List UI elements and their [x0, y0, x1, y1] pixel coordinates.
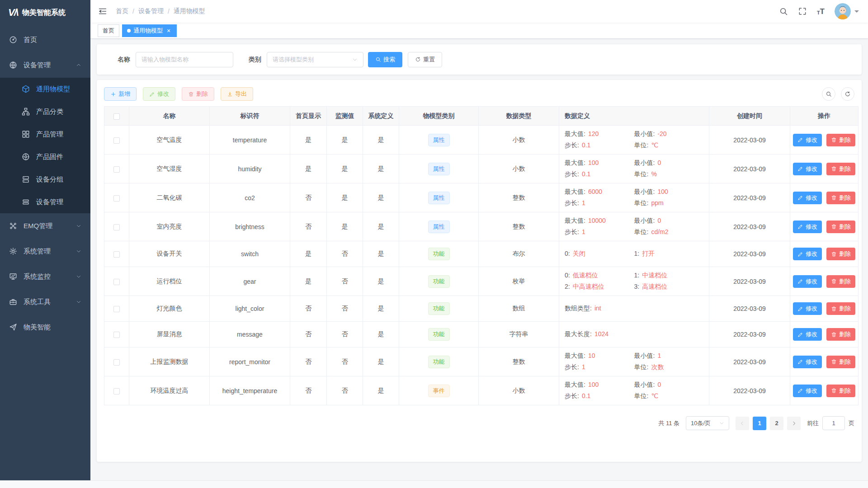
- prev-page-button[interactable]: [736, 417, 749, 430]
- avatar: [835, 3, 851, 19]
- row-checkbox[interactable]: [113, 306, 120, 312]
- cell-data-type: 字符串: [479, 322, 559, 347]
- fullscreen-icon[interactable]: [798, 7, 807, 16]
- row-delete-button[interactable]: 删除: [826, 275, 855, 288]
- sidebar-item-thing-model[interactable]: 通用物模型: [0, 78, 90, 100]
- tags-bar: 首页 通用物模型 ×: [90, 23, 868, 39]
- sidebar-item-label: 通用物模型: [36, 85, 81, 94]
- sidebar-item-emq-management[interactable]: EMQ管理: [0, 213, 90, 239]
- trash-icon: [831, 166, 837, 172]
- cell-name: 环境温度过高: [129, 376, 210, 405]
- export-button[interactable]: 导出: [221, 87, 253, 101]
- row-checkbox[interactable]: [113, 224, 120, 230]
- row-delete-button[interactable]: 删除: [826, 385, 855, 397]
- row-checkbox[interactable]: [113, 137, 120, 144]
- edit-button[interactable]: 修改: [143, 87, 175, 101]
- add-button[interactable]: 新增: [104, 87, 137, 101]
- app-logo: V/\ 物美智能系统: [0, 0, 90, 25]
- row-delete-button[interactable]: 删除: [826, 328, 855, 341]
- user-menu[interactable]: [835, 3, 859, 19]
- cell-created-time: 2022-03-09: [709, 212, 790, 241]
- font-size-icon[interactable]: TT: [817, 8, 825, 15]
- page-button-1[interactable]: 1: [753, 417, 766, 430]
- row-checkbox[interactable]: [113, 166, 120, 173]
- refresh-icon: [415, 56, 421, 62]
- cell-data-type: 整数: [479, 212, 559, 241]
- row-edit-button[interactable]: 修改: [793, 248, 822, 260]
- row-checkbox[interactable]: [113, 332, 120, 338]
- pencil-icon: [797, 306, 803, 312]
- row-delete-button[interactable]: 删除: [826, 163, 855, 175]
- sidebar-item-product-firmware[interactable]: 产品固件: [0, 145, 90, 168]
- row-checkbox[interactable]: [113, 251, 120, 258]
- sidebar-item-product-management[interactable]: 产品管理: [0, 123, 90, 145]
- cell-home-display: 是: [290, 267, 327, 296]
- select-all-checkbox[interactable]: [113, 113, 120, 120]
- sidebar-item-wumei-smart[interactable]: 物美智能: [0, 314, 90, 340]
- row-delete-button[interactable]: 删除: [826, 248, 855, 260]
- row-delete-button[interactable]: 删除: [826, 221, 855, 233]
- row-edit-button[interactable]: 修改: [793, 275, 822, 288]
- breadcrumb-home[interactable]: 首页: [116, 7, 128, 15]
- sidebar-item-system-tools[interactable]: 系统工具: [0, 289, 90, 314]
- monitor-icon: [9, 272, 17, 281]
- reset-button[interactable]: 重置: [408, 52, 442, 67]
- chevron-up-icon: [76, 62, 81, 68]
- pencil-icon: [797, 195, 803, 201]
- header-select-all: [104, 107, 129, 126]
- row-edit-button[interactable]: 修改: [793, 356, 822, 368]
- sidebar-item-device-group[interactable]: 设备分组: [0, 168, 90, 191]
- category-filter-select[interactable]: 请选择模型类别: [267, 52, 363, 67]
- page-button-2[interactable]: 2: [770, 417, 783, 430]
- close-icon[interactable]: ×: [165, 28, 172, 34]
- sidebar-item-home[interactable]: 首页: [0, 27, 90, 52]
- row-delete-button[interactable]: 删除: [826, 134, 855, 146]
- row-delete-button[interactable]: 删除: [826, 192, 855, 204]
- cell-system-defined: 是: [363, 155, 399, 183]
- sidebar-item-device-list[interactable]: 设备管理: [0, 191, 90, 213]
- table-toolbar: 新增 修改 删除 导出: [104, 87, 854, 101]
- sidebar-item-system-management[interactable]: 系统管理: [0, 239, 90, 264]
- row-edit-button[interactable]: 修改: [793, 221, 822, 233]
- cell-data-type: 小数: [479, 126, 559, 155]
- scrollbar-track[interactable]: [0, 480, 868, 488]
- show-search-button[interactable]: [822, 87, 835, 101]
- row-delete-button[interactable]: 删除: [826, 356, 855, 368]
- refresh-table-button[interactable]: [841, 87, 854, 101]
- cell-name: 空气湿度: [129, 155, 210, 183]
- row-edit-button[interactable]: 修改: [793, 192, 822, 204]
- row-delete-button[interactable]: 删除: [826, 302, 855, 315]
- name-filter-label: 名称: [118, 56, 130, 64]
- row-checkbox[interactable]: [113, 195, 120, 202]
- name-filter-input[interactable]: [136, 52, 233, 67]
- row-checkbox[interactable]: [113, 359, 120, 366]
- sidebar-item-device-management[interactable]: 设备管理: [0, 52, 90, 78]
- row-edit-button[interactable]: 修改: [793, 328, 822, 341]
- search-icon[interactable]: [779, 7, 788, 16]
- delete-button[interactable]: 删除: [182, 87, 214, 101]
- search-button[interactable]: 搜索: [368, 52, 402, 67]
- sidebar-item-product-category[interactable]: 产品分类: [0, 100, 90, 123]
- sidebar-toggle-icon[interactable]: [98, 6, 108, 16]
- row-edit-button[interactable]: 修改: [793, 134, 822, 146]
- category-badge: 属性: [428, 192, 450, 204]
- table-row: 屏显消息message否否是功能字符串最大长度:10242022-03-09修改…: [104, 322, 859, 347]
- row-edit-button[interactable]: 修改: [793, 385, 822, 397]
- row-edit-button[interactable]: 修改: [793, 163, 822, 175]
- row-checkbox[interactable]: [113, 279, 120, 285]
- tag-home[interactable]: 首页: [98, 24, 119, 37]
- page-size-select[interactable]: 10条/页: [686, 416, 729, 430]
- sidebar-item-system-monitor[interactable]: 系统监控: [0, 264, 90, 289]
- cell-home-display: 是: [290, 241, 327, 267]
- sidebar-item-label: EMQ管理: [24, 222, 76, 230]
- tag-thing-model[interactable]: 通用物模型 ×: [122, 24, 177, 37]
- goto-page-input[interactable]: [822, 416, 845, 430]
- sidebar-item-label: 设备管理: [24, 61, 76, 70]
- breadcrumb-device-management[interactable]: 设备管理: [138, 7, 164, 15]
- row-edit-button[interactable]: 修改: [793, 302, 822, 315]
- category-badge: 属性: [428, 134, 450, 146]
- next-page-button[interactable]: [787, 417, 801, 430]
- row-checkbox[interactable]: [113, 388, 120, 394]
- cell-created-time: 2022-03-09: [709, 267, 790, 296]
- trash-icon: [831, 251, 837, 257]
